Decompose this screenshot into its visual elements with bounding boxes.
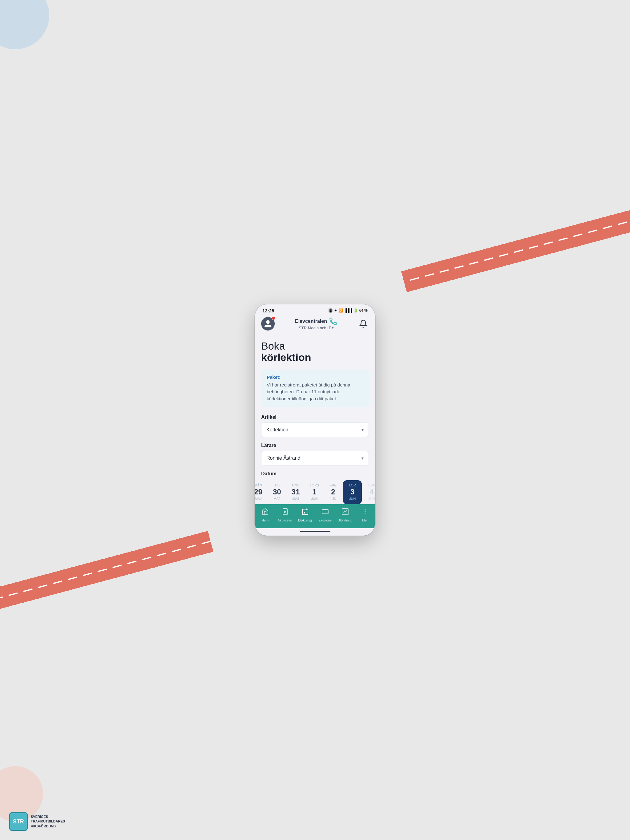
date-item[interactable]: TORS 1 JUN — [305, 480, 324, 504]
bokning-nav-icon — [301, 508, 309, 517]
header-subtitle[interactable]: STR Media och IT ▾ — [278, 325, 355, 330]
info-box-title: Paket: — [267, 374, 363, 380]
date-day-name: TORS — [310, 483, 319, 487]
date-number: 1 — [312, 488, 316, 496]
user-icon — [264, 319, 272, 328]
date-day-name: SÖN — [368, 483, 375, 487]
artikel-label: Artikel — [261, 414, 369, 420]
artikel-select[interactable]: Körlektion ▾ — [261, 422, 369, 437]
hem-nav-label: Hem — [261, 518, 269, 522]
date-month: JUN — [311, 497, 317, 501]
date-number: 29 — [255, 488, 263, 496]
info-box-text: Vi har registrerat paketet åt dig på den… — [267, 382, 363, 403]
svg-point-14 — [364, 513, 366, 515]
road-stripe-top — [401, 200, 630, 292]
brand-name: Elevcentralen — [295, 319, 327, 324]
date-number: 3 — [350, 488, 355, 496]
ekonomi-nav-icon — [321, 508, 329, 517]
status-bar: 13:28 📳 ✦ 🛜 ▐▐▐ 🔋 64 % — [255, 305, 375, 314]
signal-icon: ▐▐▐ — [344, 308, 352, 313]
date-number: 4 — [370, 488, 374, 496]
date-month: MAJ — [274, 497, 280, 501]
nav-item-aktiviteter[interactable]: Aktiviteter — [275, 508, 295, 522]
notification-badge — [272, 316, 275, 320]
svg-rect-9 — [322, 510, 328, 514]
nav-item-ekonomi[interactable]: Ekonomi — [315, 508, 335, 522]
date-item[interactable]: LÖR 3 JUN — [343, 480, 362, 504]
date-item[interactable]: ONS 31 MAJ — [287, 480, 305, 504]
svg-point-12 — [364, 509, 366, 510]
nav-item-hem[interactable]: Hem — [255, 508, 275, 522]
larare-chevron-icon: ▾ — [361, 456, 364, 461]
artikel-chevron-icon: ▾ — [361, 427, 364, 432]
battery-percentage: 64 % — [359, 308, 367, 313]
bell-button[interactable] — [358, 318, 369, 329]
date-day-name: TIS — [274, 483, 280, 487]
date-item[interactable]: SÖN 4 JUN — [362, 480, 375, 504]
artikel-value: Körlektion — [266, 427, 288, 433]
battery-icon: 🔋 — [353, 308, 358, 313]
brand-row: Elevcentralen — [278, 317, 355, 325]
bokning-nav-label: Bokning — [298, 518, 312, 522]
date-day-name: FRE — [330, 483, 337, 487]
page-content: Boka körlektion Paket: Vi har registrera… — [255, 334, 375, 477]
date-day-name: LÖR — [349, 483, 356, 487]
ekonomi-nav-label: Ekonomi — [318, 518, 332, 522]
page-title: Boka körlektion — [261, 340, 369, 363]
info-box: Paket: Vi har registrerat paketet åt dig… — [261, 369, 369, 407]
larare-value: Ronnie Åstrand — [266, 455, 300, 461]
home-indicator — [255, 528, 375, 535]
aktiviteter-nav-icon — [282, 508, 289, 517]
larare-label: Lärare — [261, 443, 369, 448]
nav-item-bokning[interactable]: Bokning — [295, 508, 315, 522]
utbildning-nav-icon — [342, 508, 349, 517]
status-icons: 📳 ✦ 🛜 ▐▐▐ 🔋 64 % — [328, 308, 367, 313]
svg-rect-4 — [302, 509, 308, 515]
date-month: MAJ — [255, 497, 261, 501]
date-day-name: MÅN — [255, 483, 262, 487]
phone-wrapper: 13:28 📳 ✦ 🛜 ▐▐▐ 🔋 64 % Elevcentralen — [255, 305, 375, 535]
avatar[interactable] — [261, 317, 275, 330]
date-item[interactable]: FRE 2 JUN — [324, 480, 342, 504]
aktiviteter-nav-label: Aktiviteter — [277, 518, 292, 522]
date-month: MAJ — [292, 497, 299, 501]
header-center: Elevcentralen STR Media och IT ▾ — [278, 317, 355, 330]
str-logo-text: STR — [13, 818, 24, 825]
chevron-down-icon: ▾ — [332, 326, 334, 330]
str-logo-box: STR — [9, 812, 28, 831]
mer-nav-icon — [361, 508, 369, 517]
nav-item-mer[interactable]: Mer — [355, 508, 375, 522]
hem-nav-icon — [261, 508, 269, 517]
date-month: JUN — [330, 497, 336, 501]
larare-select[interactable]: Ronnie Åstrand ▾ — [261, 451, 369, 466]
mer-nav-label: Mer — [362, 518, 368, 522]
wifi-icon: 🛜 — [339, 308, 343, 313]
svg-rect-8 — [304, 512, 305, 513]
datum-label: Datum — [261, 471, 369, 477]
date-strip: MÅN 29 MAJ TIS 30 MAJ ONS 31 MAJ TORS 1 … — [255, 480, 375, 504]
str-logo-description: SVERIGES TRAFIKUTBILDARES RIKSFÖRBUND — [31, 815, 65, 829]
bg-circle-top-left — [0, 0, 49, 49]
phone-icon — [329, 317, 337, 325]
date-month: JUN — [349, 497, 356, 501]
date-number: 30 — [273, 488, 281, 496]
date-month: JUN — [369, 497, 375, 501]
status-time: 13:28 — [263, 308, 274, 313]
bell-icon — [359, 319, 367, 328]
bluetooth-icon: ✦ — [334, 308, 337, 313]
home-bar — [300, 531, 330, 532]
phone-frame: 13:28 📳 ✦ 🛜 ▐▐▐ 🔋 64 % Elevcentralen — [255, 305, 375, 535]
header: Elevcentralen STR Media och IT ▾ — [255, 314, 375, 334]
utbildning-nav-label: Utbildning — [337, 518, 353, 522]
svg-point-13 — [364, 511, 366, 512]
date-number: 2 — [331, 488, 335, 496]
date-item[interactable]: MÅN 29 MAJ — [255, 480, 268, 504]
nav-item-utbildning[interactable]: Utbildning — [335, 508, 355, 522]
date-item[interactable]: TIS 30 MAJ — [268, 480, 287, 504]
vibrate-icon: 📳 — [328, 308, 333, 313]
date-day-name: ONS — [292, 483, 299, 487]
page-title-line2: körlektion — [261, 352, 369, 363]
str-logo: STR SVERIGES TRAFIKUTBILDARES RIKSFÖRBUN… — [9, 812, 65, 831]
road-stripe-bottom — [0, 531, 214, 624]
bottom-nav: Hem Aktiviteter Bokning Ekonomi Utbildni… — [255, 504, 375, 528]
